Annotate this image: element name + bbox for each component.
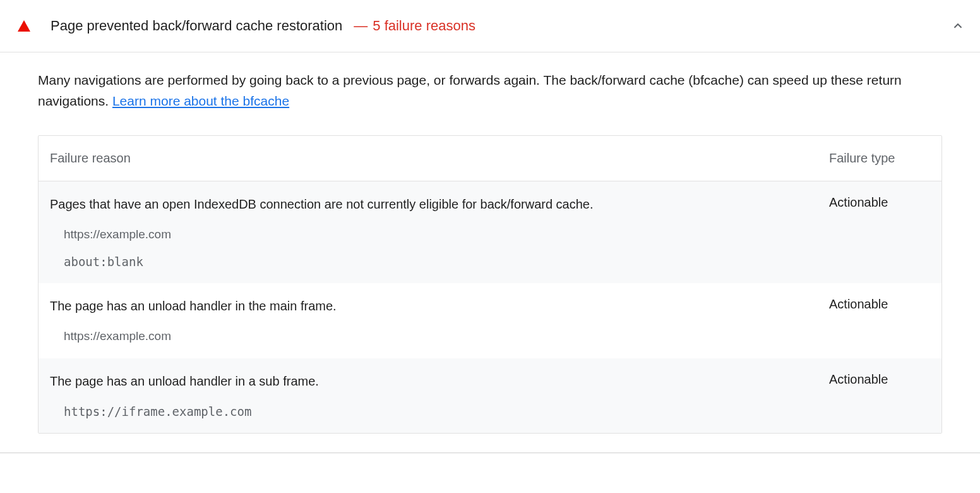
learn-more-link[interactable]: Learn more about the bfcache — [112, 94, 289, 108]
table-row-main: Pages that have an open IndexedDB connec… — [50, 195, 930, 213]
panel-subtitle: 5 failure reasons — [373, 18, 475, 34]
table-row: The page has an unload handler in the ma… — [39, 283, 941, 358]
failure-url: about:blank — [64, 253, 930, 271]
chevron-up-icon[interactable] — [951, 19, 965, 33]
failure-reason: Pages that have an open IndexedDB connec… — [50, 195, 829, 213]
panel-subtitle-separator: — — [354, 18, 368, 34]
table-row-main: The page has an unload handler in the ma… — [50, 297, 930, 315]
failure-type: Actionable — [829, 195, 930, 210]
failure-url-list: https://example.com — [50, 327, 930, 346]
panel-title: Page prevented back/forward cache restor… — [51, 18, 342, 34]
column-header-reason: Failure reason — [50, 151, 829, 166]
failure-type: Actionable — [829, 372, 930, 387]
warning-triangle-icon — [18, 20, 30, 32]
panel-description: Many navigations are performed by going … — [38, 70, 942, 111]
panel-body: Many navigations are performed by going … — [0, 52, 980, 453]
table-row: Pages that have an open IndexedDB connec… — [39, 181, 941, 283]
table-row-main: The page has an unload handler in a sub … — [50, 372, 930, 390]
failure-reason: The page has an unload handler in a sub … — [50, 372, 829, 390]
table-body: Pages that have an open IndexedDB connec… — [39, 181, 941, 433]
failure-url: https://example.com — [64, 226, 930, 244]
failure-type: Actionable — [829, 297, 930, 312]
failure-url: https://iframe.example.com — [64, 403, 930, 421]
table-header: Failure reason Failure type — [39, 136, 941, 181]
failure-table: Failure reason Failure type Pages that h… — [38, 135, 942, 434]
failure-reason: The page has an unload handler in the ma… — [50, 297, 829, 315]
failure-url: https://example.com — [64, 327, 930, 346]
failure-url-list: https://iframe.example.com — [50, 403, 930, 421]
panel-header[interactable]: Page prevented back/forward cache restor… — [0, 0, 980, 52]
table-row: The page has an unload handler in a sub … — [39, 358, 941, 434]
column-header-type: Failure type — [829, 151, 930, 166]
audit-panel: Page prevented back/forward cache restor… — [0, 0, 980, 453]
failure-url-list: https://example.comabout:blank — [50, 226, 930, 271]
